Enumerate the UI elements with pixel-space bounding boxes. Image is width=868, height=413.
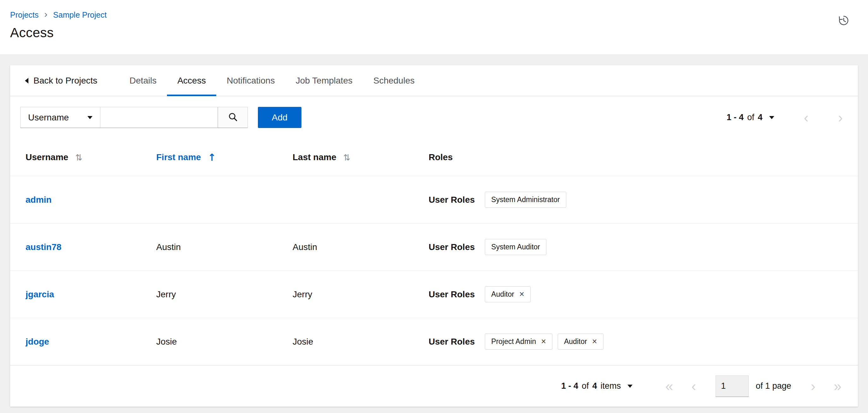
search-input-group: Username bbox=[20, 107, 248, 128]
column-header-first-name-label: First name bbox=[156, 152, 201, 162]
search-button[interactable] bbox=[218, 107, 248, 128]
filter-dropdown-label: Username bbox=[28, 112, 69, 123]
table-row: austin78 Austin Austin User Roles System… bbox=[10, 223, 858, 271]
first-name-cell: Austin bbox=[156, 242, 292, 252]
last-name-cell: Josie bbox=[292, 337, 429, 347]
footer-pagination-of: of bbox=[582, 381, 589, 391]
table-row: admin User Roles System Administrator bbox=[10, 176, 858, 223]
role-chip: System Administrator bbox=[485, 192, 566, 208]
footer-pagination-dropdown[interactable]: 1 - 4 of 4 items bbox=[561, 381, 632, 391]
username-cell: austin78 bbox=[26, 242, 156, 252]
table-row: jgarcia Jerry Jerry User Roles Auditor × bbox=[10, 271, 858, 318]
chip-close-icon[interactable]: × bbox=[592, 337, 597, 346]
page-header: Projects › Sample Project Access bbox=[0, 0, 868, 54]
username-cell: admin bbox=[26, 195, 156, 205]
caret-down-icon bbox=[627, 385, 632, 388]
filter-dropdown[interactable]: Username bbox=[20, 107, 100, 128]
roles-cell: User Roles Project Admin × Auditor × bbox=[429, 334, 858, 350]
first-page-icon[interactable]: « bbox=[665, 379, 673, 393]
user-roles-label: User Roles bbox=[429, 337, 475, 347]
tab-details[interactable]: Details bbox=[119, 65, 167, 96]
page-number-input[interactable] bbox=[716, 376, 749, 397]
history-icon[interactable] bbox=[838, 14, 850, 27]
role-chip-label: System Auditor bbox=[491, 243, 540, 251]
role-chip: Auditor × bbox=[485, 286, 531, 302]
table-header-row: Username ⇅ First name ↑ Last name ⇅ Role… bbox=[10, 139, 858, 176]
chip-close-icon[interactable]: × bbox=[519, 290, 524, 299]
sort-icon: ⇅ bbox=[75, 152, 82, 162]
role-chip: System Auditor bbox=[485, 239, 546, 255]
project-access-page: Projects › Sample Project Access Back to… bbox=[0, 0, 868, 407]
role-chip-group: Auditor × bbox=[485, 286, 531, 302]
username-link[interactable]: jgarcia bbox=[26, 289, 54, 299]
roles-cell: User Roles System Auditor bbox=[429, 239, 858, 255]
next-page-icon[interactable]: › bbox=[811, 379, 816, 393]
tab-job-templates[interactable]: Job Templates bbox=[285, 65, 363, 96]
breadcrumb-separator-icon: › bbox=[44, 9, 48, 20]
role-chip: Auditor × bbox=[558, 334, 603, 350]
breadcrumb-projects-link[interactable]: Projects bbox=[10, 10, 38, 20]
footer-pagination-items-label: items bbox=[601, 381, 621, 391]
breadcrumb: Projects › Sample Project bbox=[10, 9, 850, 20]
pagination-range: 1 - 4 bbox=[726, 112, 744, 122]
pagination-total: 4 bbox=[758, 112, 763, 122]
first-name-cell: Jerry bbox=[156, 289, 292, 300]
chip-close-icon[interactable]: × bbox=[541, 337, 546, 346]
column-header-last-name[interactable]: Last name ⇅ bbox=[292, 152, 429, 162]
pagination-dropdown[interactable]: 1 - 4 of 4 bbox=[726, 112, 774, 122]
caret-left-icon bbox=[25, 78, 28, 83]
tab-bar: Back to Projects Details Access Notifica… bbox=[10, 65, 858, 96]
search-input[interactable] bbox=[100, 107, 218, 128]
tab-back-label: Back to Projects bbox=[33, 76, 97, 86]
column-header-username-label: Username bbox=[26, 152, 68, 162]
table-row: jdoge Josie Josie User Roles Project Adm… bbox=[10, 318, 858, 365]
add-button[interactable]: Add bbox=[258, 107, 302, 128]
tab-access[interactable]: Access bbox=[167, 65, 216, 96]
role-chip-label: Project Admin bbox=[491, 337, 536, 346]
role-chip-group: System Administrator bbox=[485, 192, 566, 208]
next-page-icon[interactable]: › bbox=[838, 111, 843, 125]
column-header-first-name[interactable]: First name ↑ bbox=[156, 152, 292, 163]
search-icon bbox=[228, 112, 238, 123]
roles-cell: User Roles System Administrator bbox=[429, 192, 858, 208]
toolbar-pagination: 1 - 4 of 4 ‹ › bbox=[726, 111, 843, 125]
username-link[interactable]: admin bbox=[26, 195, 52, 205]
content-area: Back to Projects Details Access Notifica… bbox=[0, 54, 868, 407]
username-link[interactable]: austin78 bbox=[26, 242, 62, 252]
previous-page-icon[interactable]: ‹ bbox=[691, 379, 696, 393]
last-page-icon[interactable]: » bbox=[834, 379, 841, 393]
access-card: Back to Projects Details Access Notifica… bbox=[10, 65, 858, 407]
pagination-of: of bbox=[747, 112, 754, 122]
footer-pagination-total: 4 bbox=[592, 381, 597, 391]
sort-icon: ⇅ bbox=[343, 152, 351, 162]
footer-pagination-range: 1 - 4 bbox=[561, 381, 578, 391]
user-roles-label: User Roles bbox=[429, 242, 475, 252]
tab-notifications[interactable]: Notifications bbox=[216, 65, 285, 96]
column-header-roles-label: Roles bbox=[429, 152, 453, 162]
username-cell: jdoge bbox=[26, 337, 156, 347]
column-header-roles: Roles bbox=[429, 152, 858, 162]
role-chip-group: System Auditor bbox=[485, 239, 546, 255]
page-title: Access bbox=[10, 25, 850, 40]
role-chip-group: Project Admin × Auditor × bbox=[485, 334, 603, 350]
role-chip-label: Auditor bbox=[564, 337, 587, 346]
user-roles-label: User Roles bbox=[429, 195, 475, 205]
caret-down-icon bbox=[87, 116, 92, 119]
username-cell: jgarcia bbox=[26, 289, 156, 300]
roles-cell: User Roles Auditor × bbox=[429, 286, 858, 302]
toolbar: Username Add bbox=[10, 96, 858, 139]
username-link[interactable]: jdoge bbox=[26, 337, 49, 346]
tab-schedules[interactable]: Schedules bbox=[363, 65, 425, 96]
column-header-last-name-label: Last name bbox=[292, 152, 337, 162]
tab-back-to-projects[interactable]: Back to Projects bbox=[25, 65, 107, 96]
role-chip-label: Auditor bbox=[491, 290, 514, 299]
caret-down-icon bbox=[769, 116, 774, 119]
previous-page-icon[interactable]: ‹ bbox=[804, 111, 809, 125]
sort-ascending-icon: ↑ bbox=[208, 152, 216, 163]
table-footer-pagination: 1 - 4 of 4 items « ‹ of 1 page › » bbox=[10, 365, 858, 407]
role-chip: Project Admin × bbox=[485, 334, 552, 350]
breadcrumb-sample-project-link[interactable]: Sample Project bbox=[53, 10, 107, 20]
column-header-username[interactable]: Username ⇅ bbox=[26, 152, 156, 162]
role-chip-label: System Administrator bbox=[491, 196, 560, 204]
page-of-label: of 1 page bbox=[756, 381, 791, 391]
